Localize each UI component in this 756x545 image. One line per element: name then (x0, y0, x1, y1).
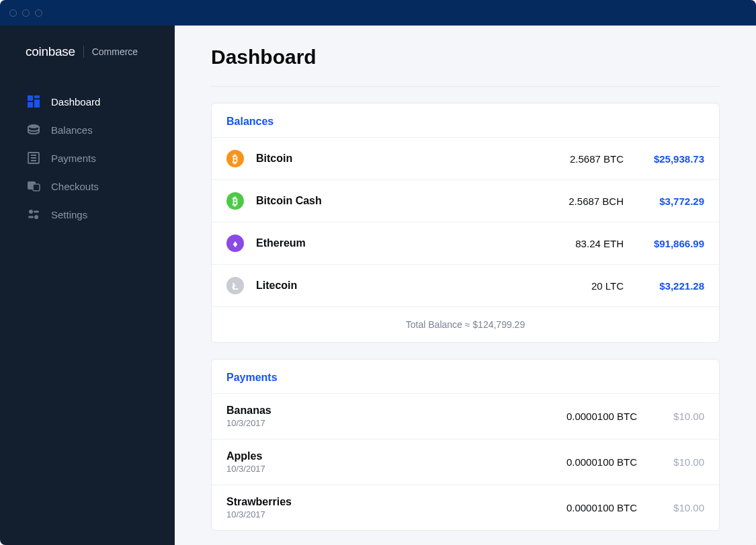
minimize-window-icon[interactable] (22, 9, 30, 17)
sidebar-item-checkouts[interactable]: Checkouts (0, 172, 175, 200)
sidebar-item-label: Settings (51, 209, 87, 220)
balance-row[interactable]: ♦ Ethereum 83.24 ETH $91,866.99 (212, 222, 719, 264)
sidebar-item-payments[interactable]: Payments (0, 144, 175, 172)
coin-qty: 2.5687 BTC (530, 153, 624, 165)
logo: coinbase Commerce (0, 44, 175, 87)
sidebar-item-label: Dashboard (51, 96, 100, 108)
sidebar-item-label: Payments (51, 153, 96, 164)
svg-point-11 (29, 210, 33, 214)
page-title: Dashboard (211, 46, 720, 69)
svg-rect-10 (33, 184, 40, 191)
coin-qty: 2.5687 BCH (530, 196, 624, 207)
balances-header[interactable]: Balances (212, 103, 719, 137)
payment-amount: 0.0000100 BTC (530, 456, 637, 468)
close-window-icon[interactable] (9, 9, 17, 17)
payment-amount: 0.0000100 BTC (530, 502, 637, 513)
svg-rect-3 (28, 102, 33, 108)
payment-row[interactable]: Bananas 10/3/2017 0.0000100 BTC $10.00 (212, 393, 719, 439)
logo-sub: Commerce (92, 46, 138, 57)
balance-row[interactable]: ₿ Bitcoin 2.5687 BTC $25,938.73 (212, 137, 719, 179)
payment-info: Strawberries 10/3/2017 (226, 496, 530, 519)
app-body: coinbase Commerce Dashboard Balances (0, 26, 756, 545)
payment-row[interactable]: Strawberries 10/3/2017 0.0000100 BTC $10… (212, 485, 719, 530)
payment-usd: $10.00 (637, 502, 704, 513)
coin-usd: $3,772.29 (624, 196, 704, 207)
svg-rect-1 (34, 95, 40, 98)
maximize-window-icon[interactable] (35, 9, 42, 17)
payment-usd: $10.00 (637, 411, 704, 422)
checkouts-icon (27, 179, 40, 193)
balances-card: Balances ₿ Bitcoin 2.5687 BTC $25,938.73… (211, 103, 720, 343)
main-content: Dashboard Balances ₿ Bitcoin 2.5687 BTC … (175, 26, 756, 545)
balances-icon (27, 123, 40, 136)
payment-date: 10/3/2017 (226, 418, 530, 428)
dashboard-icon (27, 95, 40, 108)
divider (211, 86, 720, 87)
logo-divider (83, 46, 84, 58)
payments-icon (27, 151, 40, 165)
payment-date: 10/3/2017 (226, 509, 530, 519)
svg-rect-0 (28, 95, 33, 101)
balance-row[interactable]: Ł Litecoin 20 LTC $3,221.28 (212, 264, 719, 306)
svg-rect-2 (34, 99, 40, 108)
payment-date: 10/3/2017 (226, 464, 530, 474)
sidebar-item-dashboard[interactable]: Dashboard (0, 87, 175, 116)
titlebar (0, 0, 756, 26)
coin-qty: 83.24 ETH (530, 238, 624, 249)
bitcoin-icon: ₿ (226, 150, 244, 167)
payment-info: Bananas 10/3/2017 (226, 405, 530, 428)
coin-name: Ethereum (256, 237, 530, 249)
payment-name: Strawberries (226, 496, 530, 508)
coin-usd: $3,221.28 (624, 280, 704, 292)
coin-usd: $25,938.73 (624, 153, 704, 165)
coin-usd: $91,866.99 (624, 238, 704, 249)
app-window: coinbase Commerce Dashboard Balances (0, 0, 756, 545)
sidebar-item-settings[interactable]: Settings (0, 200, 175, 228)
coin-qty: 20 LTC (530, 280, 624, 292)
balance-row[interactable]: ₿ Bitcoin Cash 2.5687 BCH $3,772.29 (212, 179, 719, 222)
coin-name: Bitcoin Cash (256, 195, 530, 207)
payment-info: Apples 10/3/2017 (226, 450, 530, 474)
logo-main: coinbase (26, 44, 75, 59)
svg-point-4 (28, 124, 39, 128)
svg-rect-14 (28, 216, 34, 218)
sidebar-item-label: Checkouts (51, 181, 99, 192)
svg-point-13 (34, 215, 38, 219)
nav: Dashboard Balances Payments (0, 87, 175, 228)
payment-name: Bananas (226, 405, 530, 417)
coin-name: Litecoin (256, 280, 530, 292)
coin-name: Bitcoin (256, 153, 530, 165)
ethereum-icon: ♦ (226, 235, 244, 252)
litecoin-icon: Ł (226, 277, 244, 294)
payment-usd: $10.00 (637, 456, 704, 468)
payment-name: Apples (226, 450, 530, 462)
sidebar-item-balances[interactable]: Balances (0, 116, 175, 144)
svg-rect-12 (34, 211, 39, 213)
total-balance: Total Balance ≈ $124,799.29 (212, 306, 719, 342)
sidebar: coinbase Commerce Dashboard Balances (0, 26, 175, 545)
payments-header[interactable]: Payments (212, 360, 719, 393)
payment-row[interactable]: Apples 10/3/2017 0.0000100 BTC $10.00 (212, 439, 719, 485)
payment-amount: 0.0000100 BTC (530, 411, 637, 422)
settings-icon (27, 208, 40, 221)
sidebar-item-label: Balances (51, 124, 93, 136)
payments-card: Payments Bananas 10/3/2017 0.0000100 BTC… (211, 359, 720, 531)
bitcoin-cash-icon: ₿ (226, 192, 244, 210)
